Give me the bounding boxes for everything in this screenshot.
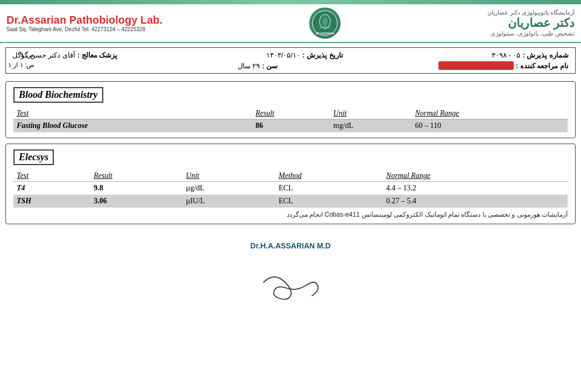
- blood-table-header: Test Result Unit Normal Range: [13, 108, 568, 119]
- date-field: تاریخ پذیرش : ۱۴۰۳/۰۵/۱۰: [266, 51, 343, 59]
- elecsys-footer-note: آزمایشات هورمونی و تخصصی با دستگاه تمام …: [13, 211, 568, 218]
- elecsys-table-body: T4 9.8 µg/dL ECL 4.4 – 13.2 TSH 3.06 µIU…: [13, 182, 568, 208]
- test-method: ECL: [275, 182, 383, 195]
- header-center-logo: DR ASSARIAN: [309, 8, 341, 39]
- lab-name: Dr.Assarian Pathobiology Lab.: [6, 14, 162, 26]
- blood-col-normal: Normal Range: [412, 108, 568, 119]
- date-value: ۱۴۰۳/۰۵/۱۰: [266, 51, 300, 59]
- receipt-number: ۰۵ - ۳۰۹۸: [492, 51, 521, 59]
- lab-title-fa: دکتر عصاریان: [508, 16, 575, 30]
- doctor-label: پزشک معالج :: [77, 51, 118, 59]
- blood-section-title: Blood Biochemistry: [13, 87, 103, 103]
- test-method: ECL: [275, 195, 383, 208]
- test-normal-range: 4.4 – 13.2: [383, 182, 568, 195]
- age-value: ۲۹ سال: [238, 62, 260, 70]
- name-field: نام مراجعه کننده :: [438, 61, 569, 70]
- elecsys-col-normal: Normal Range: [383, 170, 568, 182]
- test-result: 9.8: [90, 182, 182, 195]
- age-field: سن : ۲۹ سال: [238, 62, 278, 70]
- blood-table-header-row: Test Result Unit Normal Range: [13, 108, 568, 119]
- lab-header: Dr.Assarian Pathobiology Lab. Saat Sq, T…: [0, 4, 581, 43]
- main-content: Blood Biochemistry Test Result Unit Norm…: [0, 78, 581, 233]
- table-row: Fasting Blood Glucose 86 mg/dL 60 – 110: [13, 119, 568, 133]
- blood-col-unit: Unit: [330, 108, 412, 119]
- receipt-field: شماره پذیرش : ۰۵ - ۳۰۹۸: [492, 51, 569, 59]
- top-decorative-bar: [0, 0, 581, 4]
- blood-col-result: Result: [252, 108, 330, 119]
- test-name: TSH: [13, 195, 90, 208]
- page-label-1: ص: ۹: [8, 50, 34, 60]
- elecsys-table-header: Test Result Unit Method Normal Range: [13, 170, 568, 182]
- doctor-signature-name: Dr.H.A.ASSARIAN M.D: [0, 241, 581, 250]
- patient-info-row-1: شماره پذیرش : ۰۵ - ۳۰۹۸ تاریخ پذیرش : ۱۴…: [12, 51, 569, 59]
- test-result: 3.06: [90, 195, 182, 208]
- name-redacted: [438, 61, 514, 70]
- header-left: Dr.Assarian Pathobiology Lab. Saat Sq, T…: [6, 14, 162, 32]
- patient-info-box: ص: ۹ ص: ۱ از ۱ شماره پذیرش : ۰۵ - ۳۰۹۸ ت…: [5, 47, 576, 74]
- test-normal-range: 0.27 – 5.4: [383, 195, 568, 208]
- test-unit: µg/dL: [183, 182, 275, 195]
- page-label-2: ص: ۱ از ۱: [8, 60, 34, 70]
- elecsys-table-header-row: Test Result Unit Method Normal Range: [13, 170, 568, 182]
- elecsys-col-test: Test: [13, 170, 90, 182]
- header-right: آزمایشگاه پاتوبیولوژی دکتر عصاریان دکتر …: [487, 9, 575, 37]
- elecsys-col-method: Method: [275, 170, 383, 182]
- lab-specialty-fa: تشخیص طبی، پاتولوژی، سیتولوژی: [491, 30, 575, 37]
- table-row: TSH 3.06 µIU/L ECL 0.27 – 5.4: [13, 195, 568, 208]
- patient-info-row-2: نام مراجعه کننده : سن : ۲۹ سال: [12, 61, 569, 70]
- page-numbers: ص: ۹ ص: ۱ از ۱: [8, 50, 34, 70]
- lab-subtitle-fa: آزمایشگاه پاتوبیولوژی دکتر عصاریان: [487, 9, 575, 16]
- blood-results-table: Test Result Unit Normal Range Fasting Bl…: [13, 108, 568, 132]
- elecsys-section: Elecsys Test Result Unit Method Normal R…: [5, 144, 576, 224]
- name-label: نام مراجعه کننده :: [516, 62, 569, 70]
- age-label: سن :: [262, 62, 278, 70]
- blood-biochemistry-section: Blood Biochemistry Test Result Unit Norm…: [5, 81, 576, 138]
- elecsys-col-unit: Unit: [183, 170, 275, 182]
- signature-image: [247, 266, 334, 309]
- test-unit: mg/dL: [330, 119, 412, 133]
- signature-area: Dr.H.A.ASSARIAN M.D: [0, 236, 581, 315]
- test-normal-range: 60 – 110: [412, 119, 568, 133]
- test-name: T4: [13, 182, 90, 195]
- receipt-label: شماره پذیرش :: [522, 51, 569, 59]
- lab-address: Saat Sq, Taleghani Ave, Dezful Tel: 4227…: [6, 26, 145, 32]
- table-row: T4 9.8 µg/dL ECL 4.4 – 13.2: [13, 182, 568, 195]
- test-result: 86: [252, 119, 330, 133]
- elecsys-col-result: Result: [90, 170, 182, 182]
- lab-logo: DR ASSARIAN: [309, 8, 341, 39]
- test-unit: µIU/L: [183, 195, 275, 208]
- blood-col-test: Test: [13, 108, 252, 119]
- elecsys-results-table: Test Result Unit Method Normal Range T4 …: [13, 170, 568, 208]
- blood-table-body: Fasting Blood Glucose 86 mg/dL 60 – 110: [13, 119, 568, 133]
- test-name: Fasting Blood Glucose: [13, 119, 252, 133]
- date-label: تاریخ پذیرش :: [302, 51, 343, 59]
- elecsys-section-title: Elecsys: [13, 149, 54, 165]
- svg-point-2: [322, 17, 328, 26]
- svg-text:DR ASSARIAN: DR ASSARIAN: [316, 32, 335, 35]
